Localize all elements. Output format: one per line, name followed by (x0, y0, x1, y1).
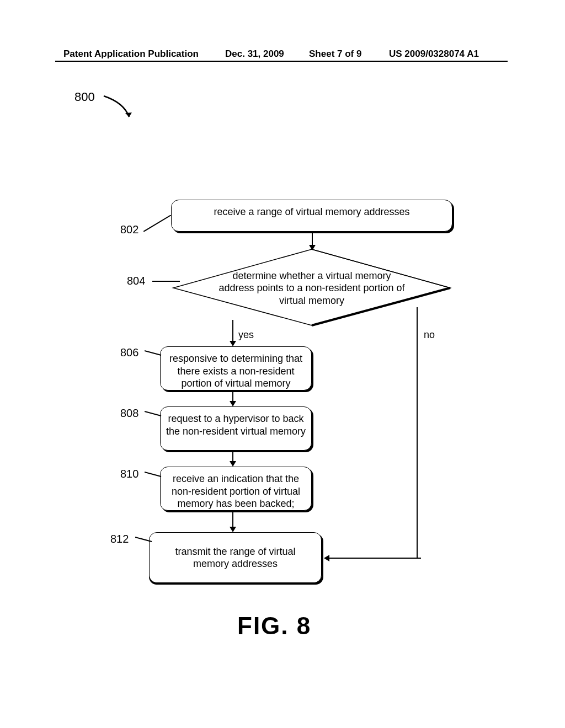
arrow-810-to-812 (227, 511, 238, 533)
leader-806-number: 806 (120, 346, 138, 359)
leader-808-line (145, 408, 164, 419)
leader-810-line (145, 469, 164, 480)
step-transmit-range: transmit the range of virtual memory add… (149, 532, 322, 583)
decision-check-nonresident: determine whether a virtual memory addre… (171, 248, 452, 328)
svg-marker-10 (230, 401, 236, 406)
arrow-808-to-810 (227, 451, 238, 468)
leader-804-number: 804 (127, 275, 145, 287)
page: Patent Application Publication Dec. 31, … (0, 0, 565, 728)
svg-marker-16 (324, 555, 329, 561)
leader-802-line (143, 215, 174, 232)
svg-marker-12 (230, 461, 236, 467)
step-receive-indication: receive an indication that the non-resid… (160, 467, 312, 511)
header-publication: Patent Application Publication (63, 49, 199, 60)
leader-806-line (145, 347, 164, 358)
step-request-hypervisor: request to a hypervisor to back the non-… (160, 406, 312, 451)
header-docnum: US 2009/0328074 A1 (389, 49, 479, 60)
arrow-yes (227, 320, 238, 347)
figure-reference-arrow (103, 95, 136, 122)
svg-marker-7 (230, 341, 236, 346)
svg-marker-14 (230, 527, 236, 532)
step-request-hypervisor-label: request to a hypervisor to back the non-… (166, 413, 306, 437)
arrow-no-vertical (412, 307, 423, 558)
step-responsive-determining-label: responsive to determining that there exi… (169, 353, 302, 389)
step-receive-indication-label: receive an indication that the non-resid… (172, 473, 300, 509)
arrow-806-to-808 (227, 391, 238, 408)
leader-810-number: 810 (120, 468, 138, 480)
step-transmit-range-label: transmit the range of virtual memory add… (153, 545, 318, 570)
figure-title: FIG. 8 (237, 612, 311, 640)
header-rule (55, 61, 508, 62)
step-receive-range: receive a range of virtual memory addres… (171, 200, 452, 232)
leader-804-line (152, 275, 183, 286)
decision-check-nonresident-label: determine whether a virtual memory addre… (171, 248, 452, 328)
leader-802-number: 802 (120, 223, 138, 236)
header-date: Dec. 31, 2009 (225, 49, 284, 60)
leader-812-number: 812 (110, 533, 129, 545)
leader-812-line (135, 534, 154, 545)
leader-808-number: 808 (120, 407, 138, 420)
svg-marker-0 (125, 113, 132, 117)
step-receive-range-label: receive a range of virtual memory addres… (214, 206, 409, 217)
figure-reference-number: 800 (74, 90, 95, 104)
step-responsive-determining: responsive to determining that there exi… (160, 346, 312, 390)
branch-no-label: no (424, 329, 435, 341)
branch-yes-label: yes (238, 329, 254, 341)
header-sheet: Sheet 7 of 9 (309, 49, 361, 60)
arrow-no-into-812 (322, 553, 421, 564)
page-header: Patent Application Publication Dec. 31, … (0, 49, 565, 65)
